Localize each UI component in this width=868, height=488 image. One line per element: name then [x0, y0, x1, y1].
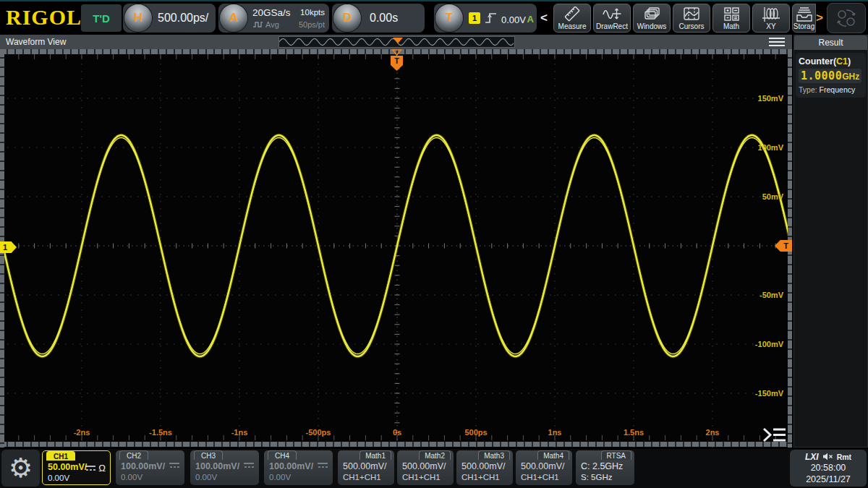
acquisition-preview-bar[interactable] [278, 36, 515, 48]
menu-icon[interactable] [769, 38, 785, 46]
channel-tab[interactable]: CH1 [46, 451, 75, 461]
channel-icons [317, 462, 328, 468]
channel-icons [243, 462, 255, 468]
bottom-ruler[interactable] [0, 442, 792, 447]
settings-gear-button[interactable]: ⚙ [1, 450, 40, 487]
rigol-logo: RIGOL [6, 5, 82, 30]
waveform-view-title: Waveform View [6, 35, 66, 49]
math-tab[interactable]: Math1 [359, 450, 391, 460]
rising-edge-icon [484, 12, 498, 25]
dc-coupling-icon [169, 462, 180, 468]
delay-group: D 0.00s [332, 4, 425, 33]
rtsa-box[interactable]: RTSA C: 2.5GHz S: 5GHz [576, 450, 634, 485]
storage-button[interactable]: Storag [792, 4, 816, 33]
acquire-mode[interactable]: Avg [252, 20, 279, 29]
sample-rate[interactable]: 20GSa/s [252, 7, 291, 18]
trigger-group: T 1 0.00V A [434, 4, 537, 33]
counter-value: 1.0000 [801, 69, 842, 82]
rtsa-tab[interactable]: RTSA [601, 450, 632, 460]
math-tab[interactable]: Math2 [419, 450, 451, 460]
counter-value-chip: 1.0000GHz [799, 69, 861, 83]
waveform-plot[interactable]: T 1 T -2ns-1.5ns-1ns-500ps0s500ps1ns1.5n… [0, 49, 792, 448]
counter-title: Counter(C1) [799, 56, 863, 67]
y-tick-label: 100mV [758, 143, 783, 152]
waveform-title-bar: Waveform View [0, 35, 792, 49]
system-indicators: LXI Rmt [790, 451, 867, 462]
delay-button[interactable]: D [333, 4, 361, 32]
measure-button[interactable]: Measure [553, 4, 591, 33]
math-expression: CH1+CH1 [402, 473, 441, 481]
top-bar: RIGOL T'D H 500.00ps/ A 20GSa/s Avg 10kp… [0, 0, 868, 33]
math-expression: CH1+CH1 [521, 473, 559, 481]
horizontal-scale[interactable]: 500.00ps/ [158, 4, 208, 33]
counter-unit: GHz [842, 72, 859, 82]
waveform-view: Waveform View T 1 T -2ns-1.5ns-1ns-500ps… [0, 35, 792, 448]
y-tick-label: 50mV [762, 192, 783, 201]
trigger-level[interactable]: 0.00V [501, 14, 526, 25]
channel-tab[interactable]: CH3 [194, 450, 223, 460]
gear-icon: ⚙ [9, 455, 33, 481]
channel-offset: 0.00V [48, 474, 69, 482]
channel-scale: 100.00mV/ [269, 461, 313, 471]
channel-offset: 0.00V [195, 473, 217, 481]
math-scale: 500.00mV/ [402, 461, 446, 471]
channel-box-ch2[interactable]: CH2 100.00mV/ 0.00V [116, 450, 184, 485]
sample-interval: 50ps/pt [299, 20, 325, 29]
y-tick-label: -100mV [755, 340, 783, 348]
math-box-math1[interactable]: Math1 500.00mV/ CH1+CH1 [338, 450, 394, 485]
expand-results-icon[interactable] [761, 426, 788, 444]
system-date: 2025/11/27 [790, 474, 867, 485]
drawrect-button[interactable]: DrawRect [593, 4, 631, 33]
system-status-box[interactable]: LXI Rmt 20:58:00 2025/11/27 [790, 450, 867, 487]
toolbar-scroll-left-icon[interactable]: < [540, 4, 548, 33]
math-button[interactable]: Math [712, 4, 750, 33]
cursors-button[interactable]: Cursors [673, 4, 710, 33]
trigger-status: T'D [81, 4, 122, 32]
x-tick-label: 1ns [548, 428, 562, 437]
cursors-icon [682, 7, 701, 22]
trigger-position-arrow-icon [391, 49, 402, 56]
channel-box-ch3[interactable]: CH3 100.00mV/ 0.00V [190, 450, 259, 485]
speaker-muted-icon [822, 453, 833, 461]
delay-value[interactable]: 0.00s [370, 4, 398, 33]
acquire-button[interactable]: A [220, 4, 247, 32]
channel-box-ch4[interactable]: CH4 100.00mV/ 0.00V [264, 450, 333, 485]
result-panel: Result Counter(C1) 1.0000GHz Type: Frequ… [793, 35, 868, 448]
horizontal-button[interactable]: H [124, 4, 152, 32]
dc-coupling-icon [85, 465, 96, 471]
dc-coupling-icon [243, 462, 255, 468]
windows-button[interactable]: Windows [633, 4, 671, 33]
math-scale: 500.00mV/ [461, 461, 505, 471]
display-swap-button[interactable] [827, 3, 866, 33]
math-expression: CH1+CH1 [461, 473, 500, 481]
math-tab[interactable]: Math3 [478, 450, 510, 460]
math-box-math2[interactable]: Math2 500.00mV/ CH1+CH1 [397, 450, 454, 485]
x-tick-label: -500ps [306, 428, 331, 437]
math-box-math3[interactable]: Math3 500.00mV/ CH1+CH1 [456, 450, 513, 485]
math-box-math4[interactable]: Math4 500.00mV/ CH1+CH1 [516, 450, 572, 485]
xy-button[interactable]: XY [752, 4, 790, 33]
lxi-indicator: LXI [805, 452, 819, 462]
counter-type: Type: Frequency [799, 85, 863, 94]
trigger-source-badge[interactable]: 1 [469, 12, 480, 24]
channel-box-ch1[interactable]: CH1 50.00mV/ Ω 0.00V [42, 450, 111, 485]
counter-result-card[interactable]: Counter(C1) 1.0000GHz Type: Frequency [796, 53, 866, 98]
channel-scale: 50.00mV/ [48, 462, 87, 472]
y-tick-label: 150mV [758, 94, 783, 103]
trigger-button[interactable]: T [435, 4, 463, 32]
channel-tab[interactable]: CH4 [268, 450, 297, 460]
math-icon [722, 7, 741, 22]
trigger-sweep-indicator: A [527, 14, 534, 25]
math-scale: 500.00mV/ [343, 461, 386, 471]
windows-icon [642, 7, 661, 22]
channel-offset: 0.00V [269, 473, 291, 481]
xy-icon [762, 7, 780, 22]
result-panel-title: Result [794, 35, 867, 50]
math-tab[interactable]: Math4 [537, 450, 569, 460]
preview-position-marker[interactable] [393, 38, 403, 43]
memory-depth[interactable]: 10kpts [300, 8, 325, 17]
impedance-label: Ω [98, 463, 106, 474]
toolbar-scroll-right-icon[interactable]: > [816, 4, 823, 33]
channel-tab[interactable]: CH2 [119, 450, 148, 460]
x-tick-label: 2ns [706, 428, 720, 437]
